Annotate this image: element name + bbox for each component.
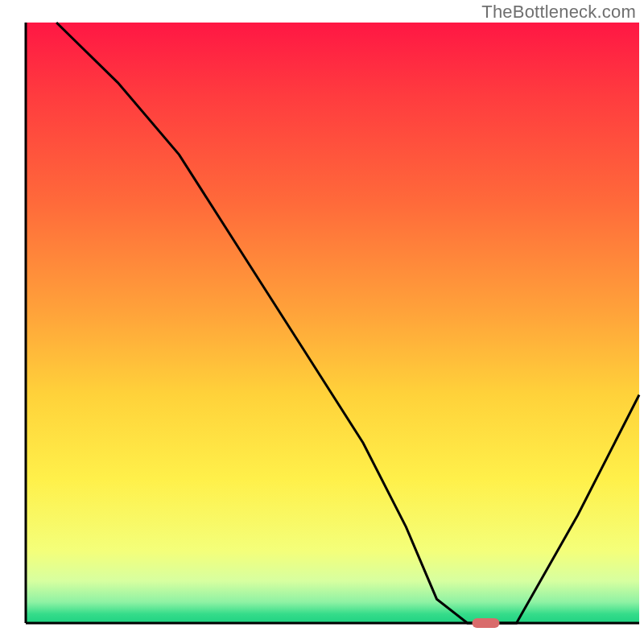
optimal-point-marker [473, 618, 500, 628]
bottleneck-chart [0, 0, 644, 644]
plot-background [26, 23, 639, 623]
chart-container: TheBottleneck.com [0, 0, 644, 644]
